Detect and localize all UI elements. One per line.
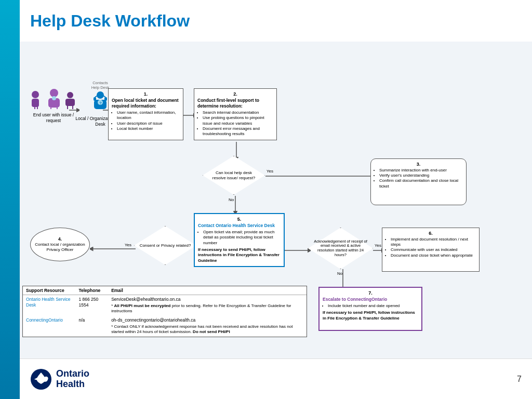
ontario-logo-icon: [30, 368, 52, 390]
svg-point-0: [32, 91, 39, 98]
step2-bullet3: Document error messages and troubleshoot…: [203, 126, 273, 137]
step7-bullet1: Include ticket number and date opened: [328, 303, 418, 309]
svg-point-4: [50, 89, 58, 97]
diamond3-wrap: Acknowledgement of receipt of email rece…: [308, 228, 373, 269]
workflow-diagram: End user with issue / request ContactsHe…: [28, 47, 524, 291]
step3-bullet1: Summarize interaction with end-user: [379, 168, 463, 173]
diamond2-label: Consent or Privacy related?: [134, 226, 196, 265]
step4-text: Contact local / organization Privacy Off…: [34, 242, 86, 252]
col-header-resource: Support Resource: [23, 286, 75, 295]
logo-line2: Health: [56, 379, 89, 390]
step2-title: Conduct first-level support to determine…: [197, 98, 273, 109]
step6-bullet2: Communicate with user as indicated: [391, 247, 476, 252]
step5-number: 5.: [198, 217, 281, 223]
support-table: Support Resource Telephone Email Ontario…: [22, 286, 307, 337]
diamond2-wrap: Consent or Privacy related?: [134, 226, 196, 265]
resource1-telephone: 1 866 250 1554: [75, 295, 108, 316]
resource2-telephone: n/a: [75, 316, 108, 337]
step5-title: Contact Ontario Health Service Desk: [198, 223, 281, 229]
step5-bullet1: Open ticket via email; provide as much d…: [203, 230, 281, 246]
step2-box: 2. Conduct first-level support to determ…: [194, 88, 277, 140]
step7-bold-text: If necessary to send PHI/PI, follow inst…: [323, 310, 418, 321]
step7-number: 7.: [323, 290, 418, 297]
step2-bullet1: Search internal documentation: [203, 110, 273, 115]
page-footer: Ontario Health 7: [20, 358, 532, 399]
step6-number: 6.: [385, 231, 476, 237]
col-header-email: Email: [108, 286, 307, 295]
diamond3-label: Acknowledgement of receipt of email rece…: [308, 228, 373, 269]
step1-bullet3: Local ticket number: [117, 126, 180, 131]
step5-box: 5. Contact Ontario Health Service Desk O…: [194, 213, 285, 267]
resource2-email-line2: * Contact ONLY if acknowledgement respon…: [111, 324, 303, 335]
svg-text:?: ?: [99, 101, 102, 105]
step5-bold-text: If necessary to send PHI/PI, follow inst…: [198, 247, 281, 263]
step1-box: 1. Open local ticket and document requir…: [108, 88, 183, 140]
step3-bullet3: Confirm call documentation and close loc…: [379, 178, 463, 189]
step3-bullet2: Verify user's understanding: [379, 173, 463, 178]
step3-box: 3. Summarize interaction with end-user V…: [370, 158, 467, 205]
person2-icon: [46, 88, 62, 110]
step4-number: 4.: [58, 236, 62, 242]
step6-bullet3: Document and close ticket when appropria…: [391, 253, 476, 258]
main-content: End user with issue / request ContactsHe…: [20, 42, 532, 364]
step1-number: 1.: [112, 91, 180, 98]
diamond1-label: Can local help desk resolve issue/ reque…: [203, 156, 265, 195]
svg-point-6: [52, 96, 56, 100]
resource1-email-line2: * All PHI/PI must be encrypted prior to …: [111, 303, 303, 314]
arrow-diamond1-yes: [265, 172, 385, 180]
table-row: Ontario Health Service Desk 1 866 250 15…: [23, 295, 307, 316]
ontario-logo-text: Ontario Health: [56, 369, 89, 390]
svg-point-9: [67, 92, 73, 98]
step3-number: 3.: [374, 162, 463, 168]
step1-title: Open local ticket and document required …: [112, 98, 180, 109]
ontario-logo: Ontario Health: [30, 368, 89, 390]
svg-rect-15: [94, 97, 96, 101]
step2-bullet2: Use probing questions to pinpoint issue …: [203, 115, 273, 126]
svg-rect-16: [104, 97, 107, 101]
table-row: ConnectingOntario n/a oh-ds_connectingon…: [23, 316, 307, 337]
resource2-email-line1: oh-ds_connectingontario@ontariohealth.ca: [111, 317, 303, 323]
step1-bullet2: User description of issue: [117, 121, 180, 126]
svg-rect-10: [65, 99, 75, 106]
left-accent-bar: [0, 0, 20, 399]
step6-box: 6. Implement and document resolution / n…: [382, 228, 480, 272]
step6-bullet1: Implement and document resolution / next…: [391, 237, 476, 248]
arrow-diamond2-yes: [90, 245, 137, 253]
step7-title: Escalate to ConnectingOntario: [323, 297, 418, 302]
step4-box: 4. Contact local / organization Privacy …: [30, 228, 90, 261]
step1-bullet1: User name, contact information, location: [117, 110, 180, 121]
resource1-name: Ontario Health Service Desk: [26, 297, 71, 308]
person1-icon: [30, 90, 45, 110]
step7-box: 7. Escalate to ConnectingOntario Include…: [318, 287, 422, 331]
resource2-email: oh-ds_connectingontario@ontariohealth.ca…: [108, 316, 307, 337]
step2-number: 2.: [197, 91, 273, 98]
arrow-box5-to-diamond3: [285, 247, 311, 255]
arrow-diamond1-no: [232, 196, 240, 214]
page-header: Help Desk Workflow: [20, 0, 532, 42]
diamond1-wrap: Can local help desk resolve issue/ reque…: [203, 156, 265, 195]
page-title: Help Desk Workflow: [30, 11, 190, 31]
arrow-user-to-helpdesk: [69, 107, 79, 114]
resource2-name: ConnectingOntario: [26, 317, 63, 323]
logo-line1: Ontario: [56, 369, 89, 379]
resource1-email-line1: ServiceDesk@ehealthontario.on.ca: [111, 297, 303, 302]
col-header-telephone: Telephone: [75, 286, 108, 295]
page-number: 7: [517, 375, 522, 384]
resource1-email: ServiceDesk@ehealthontario.on.ca * All P…: [108, 295, 307, 316]
